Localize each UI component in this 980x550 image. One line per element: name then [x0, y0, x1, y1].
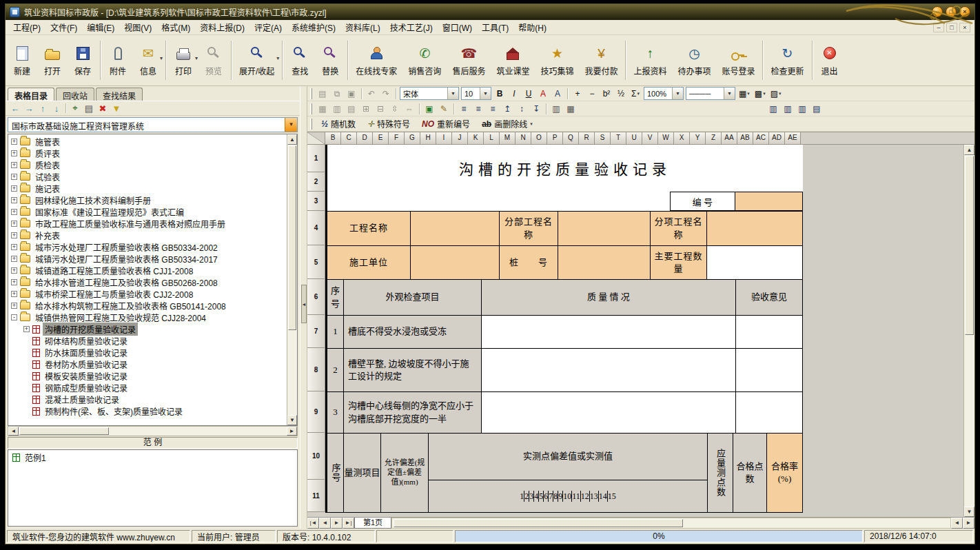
tree-item[interactable]: +质评表: [8, 147, 287, 159]
column-header[interactable]: Q: [563, 132, 579, 145]
row-header[interactable]: 8: [307, 348, 325, 391]
menu-item[interactable]: 视图(V): [119, 19, 156, 35]
select-all-corner[interactable]: [307, 132, 325, 145]
column-header[interactable]: V: [642, 132, 658, 145]
chevron-down-icon[interactable]: ▼: [724, 88, 735, 99]
mdi-close-button[interactable]: ×: [959, 23, 970, 32]
align-middle-button[interactable]: ↕: [515, 103, 529, 115]
superscript-button[interactable]: b²: [600, 88, 613, 100]
number-cell[interactable]: [735, 192, 803, 211]
row-header[interactable]: 10: [307, 433, 325, 480]
obs-opinion-cell[interactable]: [736, 349, 803, 392]
prev-sheet-button[interactable]: ◄: [319, 518, 331, 529]
borders-button[interactable]: ▦▾: [737, 88, 752, 100]
chevron-down-icon[interactable]: ▼: [447, 88, 458, 99]
upload-data-button[interactable]: ↑上报资料: [628, 37, 672, 84]
sheet-vertical-scrollbar[interactable]: ▲ ▼: [963, 145, 974, 517]
export-icon[interactable]: ▤: [83, 102, 95, 114]
mdi-minimize-button[interactable]: –: [933, 23, 944, 32]
freeze-panes-button[interactable]: ▥: [549, 103, 563, 115]
filter-icon[interactable]: ▼: [110, 102, 123, 114]
random-number-button[interactable]: ½随机数: [316, 116, 361, 131]
align-bottom-button[interactable]: ↧: [529, 103, 543, 115]
tree-item[interactable]: +沟槽的开挖质量验收记录: [8, 323, 287, 335]
expand-icon[interactable]: +: [11, 232, 17, 238]
column-header[interactable]: D: [357, 132, 373, 145]
column-header[interactable]: X: [674, 132, 690, 145]
expand-icon[interactable]: +: [23, 326, 30, 332]
italic-button[interactable]: I: [507, 88, 521, 100]
expand-icon[interactable]: +: [11, 244, 17, 250]
tree-item[interactable]: 混凝土质量验收记录: [8, 394, 287, 405]
expand-icon[interactable]: +: [11, 303, 17, 309]
column-header[interactable]: R: [579, 132, 595, 145]
line-style-combo[interactable]: ────▼: [686, 87, 735, 100]
row-header[interactable]: 2: [307, 172, 325, 192]
sheet-scroll-up-icon[interactable]: ▲: [964, 145, 974, 155]
attachment-button[interactable]: 附件: [103, 37, 133, 84]
menu-item[interactable]: 技术工艺(J): [385, 19, 438, 35]
column-header[interactable]: AD: [769, 132, 785, 145]
minimize-button[interactable]: –: [932, 6, 943, 17]
system-combo[interactable]: 国标市政基础设施工程资料管理系统 ▼: [8, 117, 298, 132]
font-combo[interactable]: 宋体▼: [400, 87, 459, 100]
special-symbol-button[interactable]: ✛特殊符号: [362, 116, 416, 131]
fill-color-button[interactable]: A: [551, 88, 564, 100]
align-center-button[interactable]: ≡: [471, 103, 485, 115]
tree-item[interactable]: +国家标准《建设工程监理规范》表式汇编: [8, 206, 287, 218]
sheet-scroll-down-icon[interactable]: ▼: [964, 507, 974, 517]
expand-icon[interactable]: +: [11, 267, 17, 274]
column-header[interactable]: AC: [753, 132, 769, 145]
dropdown-arrow-icon[interactable]: ▾: [763, 91, 766, 96]
shading-button[interactable]: ▨▾: [768, 88, 784, 100]
sheet-hscroll-thumb[interactable]: [394, 519, 683, 527]
delete-icon[interactable]: ✖: [96, 102, 109, 114]
dropdown-arrow-icon[interactable]: ▾: [160, 55, 163, 61]
column-header[interactable]: N: [515, 132, 531, 145]
dropdown-arrow-icon[interactable]: ▾: [530, 121, 533, 127]
expand-icon[interactable]: +: [11, 197, 17, 203]
tree-item[interactable]: +市政工程施工质量验收标准与通用表格对照应用手册: [8, 218, 287, 230]
dropdown-arrow-icon[interactable]: ▾: [276, 55, 279, 61]
part-name-cell[interactable]: [558, 212, 651, 246]
first-sheet-button[interactable]: |◄: [307, 518, 319, 529]
delete-column-button[interactable]: ▥: [781, 103, 795, 115]
exit-button[interactable]: 退出: [815, 37, 845, 84]
tree-item[interactable]: +施管表: [8, 136, 287, 147]
column-header[interactable]: AE: [785, 132, 801, 145]
menu-item[interactable]: 文件(F): [45, 19, 82, 35]
column-header[interactable]: AB: [737, 132, 753, 145]
replace-button[interactable]: 替换: [315, 37, 345, 84]
row-header[interactable]: 9: [307, 391, 325, 433]
forward-arrow-icon[interactable]: →: [23, 102, 35, 114]
tree-item[interactable]: +试验表: [8, 171, 287, 183]
tree-item[interactable]: +城市桥梁工程施工与质量验收表 CJJ2-2008: [8, 288, 287, 300]
menu-item[interactable]: 工具(T): [477, 19, 513, 35]
font-size-combo[interactable]: 10▼: [461, 87, 491, 100]
find-button[interactable]: 查找: [285, 37, 315, 84]
obs-opinion-cell[interactable]: [736, 392, 803, 434]
scroll-down-icon[interactable]: ▼: [287, 415, 297, 425]
chevron-down-icon[interactable]: ▼: [285, 118, 297, 132]
obs-quality-cell[interactable]: [482, 316, 736, 349]
column-header[interactable]: G: [405, 132, 420, 145]
menu-item[interactable]: 资料上报(D): [195, 19, 249, 35]
tree-item[interactable]: +质检表: [8, 159, 287, 171]
column-header[interactable]: U: [626, 132, 642, 145]
row-header[interactable]: 1: [307, 145, 325, 172]
row-header[interactable]: 4: [307, 211, 325, 245]
column-header[interactable]: Y: [690, 132, 706, 145]
tree-horizontal-scrollbar[interactable]: ◄ ►: [8, 426, 298, 436]
collapse-panel-button[interactable]: ◄: [301, 285, 307, 323]
column-header[interactable]: H: [420, 132, 436, 145]
column-header[interactable]: I: [436, 132, 452, 145]
scroll-up-icon[interactable]: ▲: [287, 134, 297, 145]
menu-item[interactable]: 编辑(E): [82, 19, 119, 35]
menu-item[interactable]: 资料库(L): [340, 19, 385, 35]
row-header[interactable]: 5: [307, 245, 325, 279]
column-header[interactable]: J: [452, 132, 468, 145]
column-header[interactable]: L: [484, 132, 500, 145]
tree-item[interactable]: 钢筋成型质量验收记录: [8, 382, 287, 394]
dropdown-arrow-icon[interactable]: ▾: [637, 91, 640, 96]
classroom-button[interactable]: 筑业课堂: [491, 37, 535, 84]
